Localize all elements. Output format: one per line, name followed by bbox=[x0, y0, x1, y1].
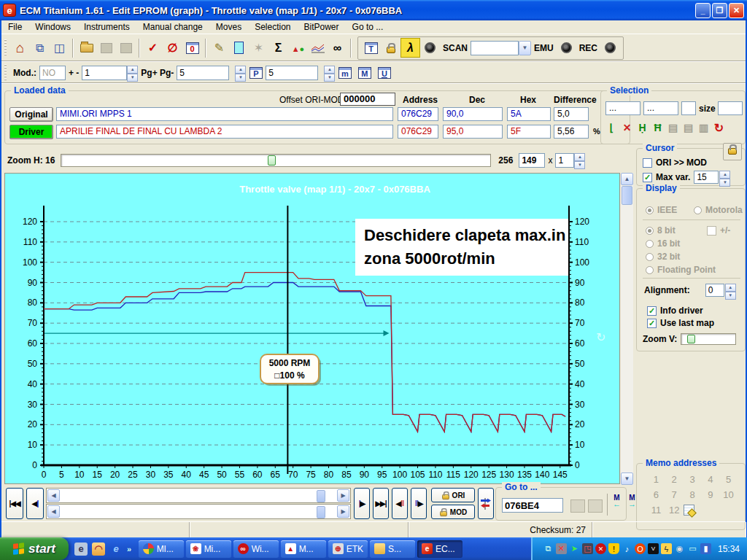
checksum-sum-button[interactable]: Σ bbox=[268, 38, 288, 58]
spin-up-icon[interactable]: ▲ bbox=[127, 66, 138, 74]
task-button-1[interactable]: MI... bbox=[139, 540, 184, 558]
max-var-input[interactable] bbox=[694, 171, 719, 184]
columns-input[interactable] bbox=[519, 153, 545, 168]
scroll-down-icon[interactable]: ▼ bbox=[621, 472, 633, 485]
prev-diff-button[interactable]: ◀‖ bbox=[392, 488, 408, 519]
driver-address-field[interactable]: 076C29 bbox=[398, 125, 438, 139]
clear-selection-button[interactable]: ✕ bbox=[619, 120, 635, 135]
record-main-button[interactable] bbox=[420, 38, 440, 58]
graph-panel[interactable]: 0010102020303040405050606070708080909010… bbox=[4, 173, 620, 484]
goto-address-input[interactable] bbox=[502, 498, 563, 513]
run-button[interactable]: λ bbox=[400, 38, 420, 58]
edit-notes-button[interactable]: ✎ bbox=[209, 38, 229, 58]
mod-lock-button[interactable]: MOD bbox=[431, 505, 475, 519]
menu-file[interactable]: File bbox=[1, 20, 28, 34]
driver-diff-field[interactable]: 5,56 bbox=[554, 125, 589, 139]
hex-view-button[interactable] bbox=[229, 38, 249, 58]
info-driver-checkbox[interactable]: ✓ bbox=[647, 306, 657, 316]
spin-up-icon[interactable]: ▲ bbox=[574, 153, 585, 161]
tray-usb-icon[interactable]: ▮ bbox=[700, 543, 711, 554]
tray-shield-warning-icon[interactable]: ! bbox=[608, 543, 619, 554]
lock-button[interactable] bbox=[381, 38, 400, 58]
throttle-valve-chart[interactable]: 0010102020303040405050606070708080909010… bbox=[5, 174, 621, 483]
ori-lock-button[interactable]: ORI bbox=[431, 488, 475, 502]
spin-down-icon[interactable]: ▼ bbox=[574, 161, 585, 169]
rec-record-button[interactable] bbox=[600, 38, 620, 58]
tray-antivirus-icon[interactable]: V bbox=[648, 543, 659, 554]
task-button-7[interactable]: e EC... bbox=[417, 540, 462, 558]
toolbar-grip[interactable] bbox=[4, 39, 7, 57]
tray-volume-muted-icon[interactable]: ♪ bbox=[622, 543, 632, 554]
pg-input[interactable] bbox=[177, 66, 229, 80]
last-column-button[interactable]: ▶▶| bbox=[373, 488, 389, 519]
task-button-4[interactable]: ▲ M... bbox=[281, 540, 326, 558]
original-address-field[interactable]: 076C29 bbox=[398, 107, 438, 121]
mult-input[interactable] bbox=[555, 153, 574, 168]
spin-down-icon[interactable]: ▼ bbox=[235, 74, 246, 82]
tray-capture-icon[interactable]: ◳ bbox=[582, 543, 593, 554]
original-dec-field[interactable]: 90,0 bbox=[443, 107, 503, 121]
tray-security-alert-icon[interactable]: ✕ bbox=[595, 543, 606, 554]
scrollbar-thumb[interactable] bbox=[317, 490, 325, 502]
quick-launch-ie-icon[interactable]: e bbox=[74, 542, 88, 556]
reset-zero-button[interactable]: 0 bbox=[182, 38, 202, 58]
zoom-v-slider[interactable] bbox=[681, 333, 736, 345]
prev-map-button[interactable]: M← bbox=[613, 494, 621, 508]
quick-launch-mail-icon[interactable]: ◠ bbox=[92, 542, 105, 556]
spin-down-icon[interactable]: ▼ bbox=[127, 74, 138, 82]
spin-down-icon[interactable]: ▼ bbox=[719, 179, 730, 187]
menu-windows[interactable]: Windows bbox=[28, 20, 77, 34]
cancel-changes-button[interactable]: ∅ bbox=[163, 38, 182, 58]
spin-up-icon[interactable]: ▲ bbox=[719, 171, 730, 179]
open-file-button[interactable] bbox=[77, 38, 96, 58]
home-button[interactable]: ⌂ bbox=[10, 38, 30, 58]
start-button[interactable]: start bbox=[0, 537, 69, 560]
tray-network-icon[interactable]: ⧉ bbox=[543, 543, 554, 554]
cursor-lock-button[interactable] bbox=[723, 143, 742, 160]
apply-changes-button[interactable]: ✓ bbox=[143, 38, 163, 58]
zoom-h-slider[interactable] bbox=[61, 154, 491, 167]
spin-down-icon[interactable]: ▼ bbox=[725, 292, 736, 300]
scroll-right-icon[interactable]: ▶ bbox=[337, 489, 349, 502]
zoom-h-thumb[interactable] bbox=[268, 155, 276, 166]
mod-h-scrollbar[interactable]: ◀ ▶ bbox=[46, 504, 351, 519]
menu-moves[interactable]: Moves bbox=[209, 20, 248, 34]
menu-selection[interactable]: Selection bbox=[248, 20, 297, 34]
tray-display-icon[interactable]: ▭ bbox=[687, 543, 698, 554]
refresh-selection-button[interactable]: ↻ bbox=[711, 120, 727, 135]
driver-file-field[interactable]: APRILIE FINAL DE FINAL CU LAMBDA 2 bbox=[56, 125, 393, 139]
min-button[interactable]: m bbox=[335, 63, 355, 82]
next-map-button[interactable]: M→ bbox=[628, 494, 636, 508]
spin-down-icon[interactable]: ▼ bbox=[324, 74, 335, 82]
alignment-spinner[interactable]: ▲▼ bbox=[725, 284, 736, 297]
cascade-windows-button[interactable]: ⧉ bbox=[30, 38, 50, 58]
step-spinner[interactable]: ▲▼ bbox=[127, 66, 138, 80]
shapes-button[interactable]: ▲● bbox=[288, 38, 308, 58]
ori-mod-checkbox[interactable] bbox=[643, 158, 652, 168]
scroll-up-icon[interactable]: ▲ bbox=[621, 173, 633, 185]
percent-spinner[interactable]: ▲▼ bbox=[324, 66, 335, 80]
chevron-more-icon[interactable]: » bbox=[127, 545, 131, 553]
driver-dec-field[interactable]: 95,0 bbox=[443, 125, 503, 139]
compare-graph-button[interactable] bbox=[478, 488, 494, 519]
select-h2-button[interactable]: Ħ bbox=[650, 120, 665, 135]
tray-opera-icon[interactable]: O bbox=[635, 543, 646, 554]
max-var-spinner[interactable]: ▲▼ bbox=[719, 171, 730, 184]
scrollbar-thumb[interactable] bbox=[317, 506, 325, 518]
select-h-button[interactable]: Ḥ bbox=[635, 120, 650, 135]
selection-from-field[interactable]: ... bbox=[605, 101, 640, 115]
pg-spinner[interactable]: ▲▼ bbox=[235, 66, 246, 80]
tray-network-error-icon[interactable]: ✕ bbox=[556, 543, 567, 554]
percent-mode-button[interactable]: P bbox=[246, 63, 266, 82]
emu-record-button[interactable] bbox=[557, 38, 576, 58]
tray-player-icon[interactable]: ϟ bbox=[661, 543, 672, 554]
tray-speaker-icon[interactable]: ◉ bbox=[674, 543, 685, 554]
selection-to-field[interactable]: ... bbox=[643, 101, 678, 115]
undo-button[interactable]: U bbox=[374, 63, 394, 82]
prev-column-button[interactable]: ◀| bbox=[26, 488, 44, 519]
select-start-button[interactable]: ⌊ bbox=[604, 120, 619, 135]
scrollbar-track[interactable] bbox=[621, 206, 633, 472]
mult-spinner[interactable]: ▲▼ bbox=[574, 153, 585, 168]
percent-input[interactable] bbox=[266, 66, 318, 80]
menu-goto[interactable]: Go to ... bbox=[346, 20, 390, 34]
